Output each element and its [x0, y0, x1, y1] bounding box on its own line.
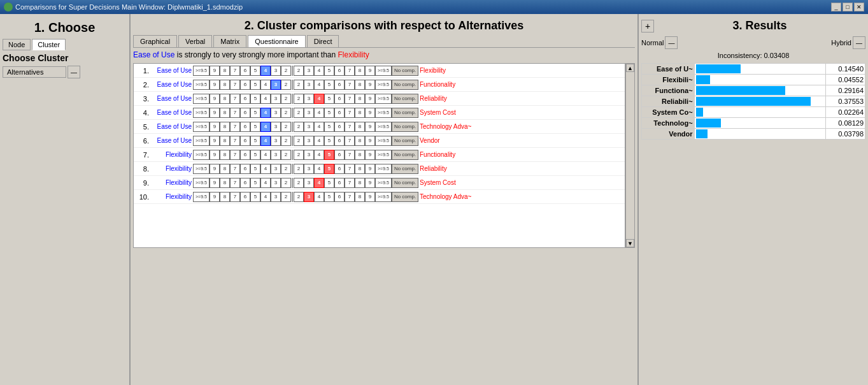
node-tab[interactable]: Node — [3, 39, 31, 50]
result-label: Functiona~ — [642, 85, 695, 96]
result-value: 0.02264 — [826, 107, 865, 118]
cluster-dropdown-row: Alternatives — — [3, 66, 127, 78]
result-bar-cell — [694, 64, 825, 75]
table-row: 3. Ease of Use >=9.5 9 8 7 6 5 4 3 2 2 — [134, 92, 625, 106]
table-row: 6. Ease of Use >=9.5 9 8 7 6 5 4 3 2 2 — [134, 134, 625, 148]
table-row: 1. Ease of Use >=9.5 9 8 7 6 5 4 3 2 2 — [134, 64, 625, 78]
result-value: 0.14540 — [826, 64, 865, 75]
result-value: 0.04552 — [826, 75, 865, 85]
result-row: Functiona~ 0.29164 — [642, 85, 865, 96]
result-value: 0.03798 — [826, 129, 865, 140]
panel2: 2. Cluster comparisons with respect to A… — [131, 14, 639, 385]
result-row: Vendor 0.03798 — [642, 129, 865, 140]
result-row: Flexibili~ 0.04552 — [642, 75, 865, 85]
comparison-right: Flexibility — [338, 50, 369, 59]
table-row: 4. Ease of Use >=9.5 9 8 7 6 5 4 3 2 2 — [134, 106, 625, 120]
table-row: 9. Flexibility >=9.5 9 8 7 6 5 4 3 2 2 — [134, 176, 625, 190]
scale-cells-7[interactable]: >=9.5 9 8 7 6 5 4 3 2 2 3 4 5 6 — [193, 150, 418, 160]
normal-arrow[interactable]: — — [665, 36, 678, 49]
table-row: 2. Ease of Use >=9.5 9 8 7 6 5 4 3 2 2 — [134, 78, 625, 92]
result-bar — [696, 97, 811, 106]
tab-row: Node Cluster — [3, 39, 127, 50]
result-bar-cell — [694, 129, 825, 140]
normal-label: Normal — [641, 39, 664, 47]
scale-cells-4[interactable]: >=9.5 9 8 7 6 5 4 3 2 2 3 4 5 6 — [193, 108, 418, 118]
result-row: Ease of U~ 0.14540 — [642, 64, 865, 75]
title-bar-controls: _ □ ✕ — [831, 3, 864, 11]
title-bar: Comparisons for Super Decisions Main Win… — [0, 0, 868, 14]
result-value: 0.29164 — [826, 85, 865, 96]
choose-cluster-label: Choose Cluster — [3, 53, 127, 63]
inconsistency-text: Inconsistency: 0.03408 — [641, 52, 865, 59]
table-row: 8. Flexibility >=9.5 9 8 7 6 5 4 3 2 2 — [134, 162, 625, 176]
scale-cells-5[interactable]: >=9.5 9 8 7 6 5 4 3 2 2 3 4 5 6 — [193, 122, 418, 132]
scroll-down[interactable]: ▼ — [626, 239, 634, 247]
scale-cells-10[interactable]: >=9.5 9 8 7 6 5 4 3 2 2 3 4 5 6 — [193, 192, 418, 202]
main-container: 1. Choose Node Cluster Choose Cluster Al… — [0, 14, 868, 385]
hybrid-label: Hybrid — [831, 39, 851, 47]
comparison-left: Ease of Use — [133, 50, 174, 59]
result-bar — [696, 108, 703, 117]
normal-btn: Normal — — [641, 36, 678, 49]
result-bar-cell — [694, 118, 825, 129]
close-btn[interactable]: ✕ — [854, 3, 864, 11]
result-bar — [696, 86, 785, 95]
result-row: Reliabili~ 0.37553 — [642, 96, 865, 107]
cluster-tab[interactable]: Cluster — [32, 39, 66, 50]
panel3-controls: Normal — Hybrid — — [641, 36, 865, 49]
result-row: Technolog~ 0.08129 — [642, 118, 865, 129]
result-bar — [696, 64, 741, 73]
panel1: 1. Choose Node Cluster Choose Cluster Al… — [0, 14, 131, 385]
graphical-tab[interactable]: Graphical — [133, 35, 177, 47]
result-bar-cell — [694, 75, 825, 85]
comparison-text: Ease of Use is strongly to very strongly… — [133, 50, 635, 59]
scale-cells-6[interactable]: >=9.5 9 8 7 6 5 4 3 2 2 3 4 5 6 — [193, 136, 418, 146]
app-icon — [4, 3, 13, 11]
result-bar-cell — [694, 96, 825, 107]
result-value: 0.37553 — [826, 96, 865, 107]
result-label: Flexibili~ — [642, 75, 695, 85]
panel1-title: 1. Choose — [3, 17, 127, 39]
questionnaire-tab[interactable]: Questionnaire — [248, 35, 306, 47]
verbal-tab[interactable]: Verbal — [178, 35, 212, 47]
minimize-btn[interactable]: _ — [831, 3, 841, 11]
panel3: + 3. Results Normal — Hybrid — Inconsist… — [639, 14, 868, 385]
result-label: Vendor — [642, 129, 695, 140]
result-label: Ease of U~ — [642, 64, 695, 75]
cluster-dropdown[interactable]: Alternatives — [3, 66, 66, 78]
result-bar — [696, 119, 721, 127]
maximize-btn[interactable]: □ — [843, 3, 853, 11]
results-table: Ease of U~ 0.14540 Flexibili~ 0.04552 Fu… — [641, 63, 865, 140]
comparison-middle: is strongly to very strongly more import… — [177, 50, 338, 59]
result-label: System Co~ — [642, 107, 695, 118]
panel2-title: 2. Cluster comparisons with respect to A… — [133, 17, 635, 35]
title-bar-text: Comparisons for Super Decisions Main Win… — [4, 3, 243, 11]
cluster-dropdown-arrow[interactable]: — — [68, 66, 80, 78]
result-label: Reliabili~ — [642, 96, 695, 107]
comparison-scroll[interactable]: 1. Ease of Use >=9.5 9 8 7 6 5 4 3 2 2 — [133, 63, 625, 248]
title-text: Comparisons for Super Decisions Main Win… — [15, 3, 243, 11]
scale-cells-3[interactable]: >=9.5 9 8 7 6 5 4 3 2 2 3 4 5 6 — [193, 94, 418, 104]
panel3-title: 3. Results — [654, 17, 865, 35]
scale-cells-1[interactable]: >=9.5 9 8 7 6 5 4 3 2 2 3 4 5 6 — [193, 66, 418, 76]
result-row: System Co~ 0.02264 — [642, 107, 865, 118]
scroll-up[interactable]: ▲ — [626, 64, 634, 72]
result-bar — [696, 129, 708, 138]
tab2-row: Graphical Verbal Matrix Questionnaire Di… — [133, 35, 635, 48]
scale-cells-2[interactable]: >=9.5 9 8 7 6 5 4 3 2 2 3 4 5 6 — [193, 80, 418, 90]
result-bar-cell — [694, 107, 825, 118]
scale-cells-8[interactable]: >=9.5 9 8 7 6 5 4 3 2 2 3 4 5 6 — [193, 164, 418, 174]
table-row: 5. Ease of Use >=9.5 9 8 7 6 5 4 3 2 2 — [134, 120, 625, 134]
table-row: 7. Flexibility >=9.5 9 8 7 6 5 4 3 2 2 — [134, 148, 625, 162]
result-bar-cell — [694, 85, 825, 96]
plus-btn[interactable]: + — [641, 20, 654, 33]
result-bar — [696, 75, 710, 84]
scrollbar[interactable]: ▲ ▼ — [625, 63, 635, 248]
scale-cells-9[interactable]: >=9.5 9 8 7 6 5 4 3 2 2 3 4 5 6 — [193, 178, 418, 188]
table-row: 10. Flexibility >=9.5 9 8 7 6 5 4 3 2 2 — [134, 190, 625, 204]
hybrid-btn: Hybrid — — [831, 36, 865, 49]
direct-tab[interactable]: Direct — [307, 35, 339, 47]
matrix-tab[interactable]: Matrix — [213, 35, 246, 47]
result-label: Technolog~ — [642, 118, 695, 129]
hybrid-arrow[interactable]: — — [853, 36, 865, 49]
